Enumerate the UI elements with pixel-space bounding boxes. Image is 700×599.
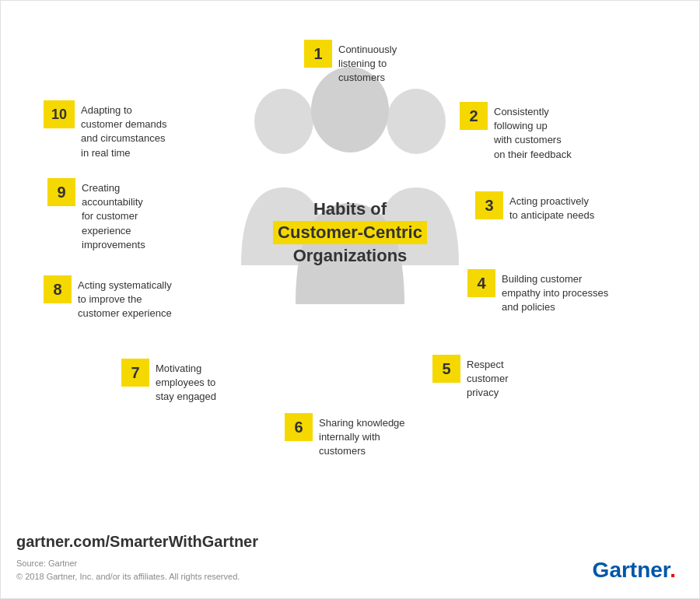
habit-number-3: 3 — [475, 191, 503, 219]
gartner-dot: . — [670, 558, 676, 582]
habit-item-7: 7 Motivatingemployees tostay engaged — [121, 359, 216, 405]
habit-text-9: Creatingaccountabilityfor customerexperi… — [82, 178, 145, 252]
habit-item-2: 2 Consistentlyfollowing upwith customers… — [460, 102, 572, 162]
habit-item-5: 5 Respectcustomerprivacy — [432, 355, 508, 401]
habit-text-3: Acting proactivelyto anticipate needs — [509, 191, 594, 222]
habit-text-1: Continuouslylistening tocustomers — [338, 40, 397, 86]
habit-item-6: 6 Sharing knowledgeinternally withcustom… — [285, 413, 405, 459]
habit-number-7: 7 — [121, 359, 149, 387]
title-customer-centric: Customer-Centric — [278, 222, 422, 242]
habit-number-2: 2 — [460, 102, 488, 130]
habit-item-3: 3 Acting proactivelyto anticipate needs — [475, 191, 594, 222]
habit-item-1: 1 Continuouslylistening tocustomers — [304, 40, 397, 86]
gartner-logo: Gartner. — [593, 558, 676, 583]
silhouette-graphic — [226, 47, 474, 323]
habit-item-9: 9 Creatingaccountabilityfor customerexpe… — [47, 178, 145, 252]
habit-text-6: Sharing knowledgeinternally withcustomer… — [319, 413, 405, 459]
habit-item-8: 8 Acting systematicallyto improve thecus… — [44, 275, 172, 321]
footer: gartner.com/SmarterWithGartner Source: G… — [16, 533, 684, 583]
habit-number-5: 5 — [432, 355, 460, 383]
habit-text-4: Building customerempathy into processesa… — [502, 269, 608, 315]
habit-number-6: 6 — [285, 413, 313, 441]
svg-point-1 — [387, 89, 446, 154]
main-container: Habits of Customer-Centric Organizations… — [0, 0, 700, 599]
svg-point-0 — [254, 89, 313, 154]
footer-source: Source: Gartner © 2018 Gartner, Inc. and… — [16, 557, 684, 583]
habit-number-1: 1 — [304, 40, 332, 68]
habit-text-2: Consistentlyfollowing upwith customerson… — [494, 102, 572, 162]
footer-url: gartner.com/SmarterWithGartner — [16, 533, 684, 551]
habit-text-10: Adapting tocustomer demandsand circumsta… — [81, 100, 167, 160]
title-habits: Habits of — [268, 199, 432, 219]
habit-item-4: 4 Building customerempathy into processe… — [467, 269, 608, 315]
habit-number-8: 8 — [44, 275, 72, 303]
habit-text-7: Motivatingemployees tostay engaged — [156, 359, 216, 405]
habit-number-9: 9 — [47, 178, 75, 206]
title-organizations: Organizations — [268, 246, 432, 266]
habit-text-5: Respectcustomerprivacy — [467, 355, 508, 401]
center-title: Habits of Customer-Centric Organizations — [268, 199, 432, 267]
habit-number-10: 10 — [44, 100, 75, 128]
habit-text-8: Acting systematicallyto improve thecusto… — [78, 275, 172, 321]
habit-number-4: 4 — [467, 269, 495, 297]
habit-item-10: 10 Adapting tocustomer demandsand circum… — [44, 100, 167, 160]
